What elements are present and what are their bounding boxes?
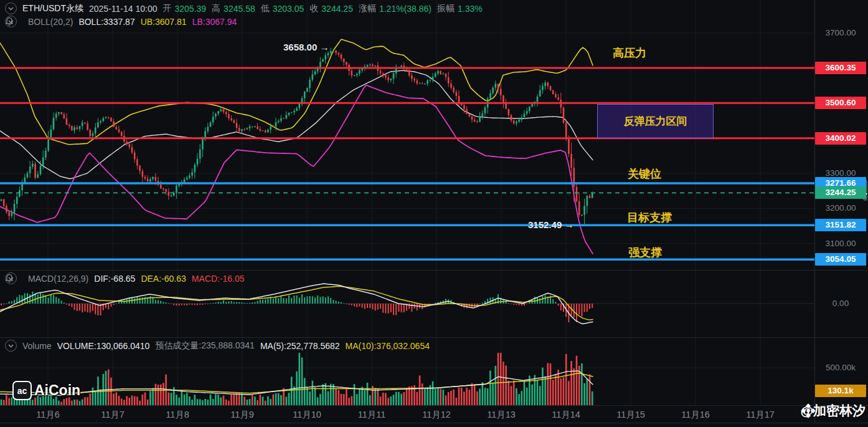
volume-value: VOLUME:130,066.0410 [57,341,150,351]
date-label: 11月15 [616,409,645,421]
resistance-price-label: 3600.35 [815,62,866,74]
trading-chart-app: 反弹压力区间 ETH/USDT永续 2025-11-14 10:00 开3205… [0,0,868,427]
date-label: 11月11 [358,409,386,421]
boll-lb-value: LB:3067.94 [192,17,237,27]
ohlc-close: 收3244.25 [309,3,353,14]
resistance-price-label: 3500.60 [815,97,866,109]
date-label: 11月16 [681,409,710,421]
macd-name[interactable]: MACD(12,26,9) [28,274,88,284]
aicoin-logo-text: AiCoin [34,382,80,399]
resistance-price-label: 3400.02 [815,132,866,145]
volume-tick: 500.00k [815,362,866,374]
ohlc-open: 开3205.39 [163,3,207,14]
macd-dea-value: DEA:-60.63 [141,274,186,284]
macd-zero-tick: 0.00 [815,297,866,310]
rebound-zone-box: 反弹压力区间 [597,104,714,138]
high-pressure-label: 高压力 [613,46,646,60]
amplitude: 振幅1.33% [437,3,483,14]
ohlc-low: 低3203.05 [261,3,304,14]
symbol-name[interactable]: ETH/USDT永续 [22,3,83,14]
aicoin-watermark: ac AiCoin [12,381,80,400]
aicoin-logo-icon: ac [12,381,32,400]
boll-header-row: BOLL(20,2) BOLL:3337.87 UB:3607.81 LB:30… [5,16,237,27]
date-label: 11月14 [552,409,580,421]
panel-divider [0,337,868,338]
macd-dif-value: DIF:-68.65 [94,274,135,284]
time-axis-scrollbar[interactable] [0,423,868,427]
support-price-label: 3054.05 [815,253,866,266]
price-tick: 3700.00 [815,27,866,39]
boll-name[interactable]: BOLL(20,2) [28,17,73,27]
support-price-label: 3151.82 [815,219,866,231]
date-label: 11月12 [422,409,451,421]
time-axis[interactable]: 11月611月711月811月911月1011月1111月1211月1311月1… [0,405,814,423]
date-label: 11月7 [101,409,125,421]
change-pct: 涨幅1.21%(38.86) [359,3,432,14]
boll-ub-value: UB:3607.81 [141,17,187,27]
macd-header-row: MACD(12,26,9) DIF:-68.65 DEA:-60.63 MACD… [5,272,245,284]
session-high-callout: 3658.00 → [283,42,329,52]
price-tick: 3200.00 [815,202,866,214]
date-label: 11月9 [230,409,254,421]
main-chart-canvas[interactable] [0,0,868,270]
price-tick: 3100.00 [815,237,866,250]
session-low-callout: 3152.49 → [528,219,573,230]
author-watermark: @加密林汐 [801,402,866,420]
volume-ma10: MA(10):376,032.0654 [346,341,430,351]
collapse-chevron-icon[interactable] [5,2,17,14]
volume-estimate: 预估成交量:235,888.0341 [155,340,255,352]
key-level-label: 关键位 [628,166,661,181]
symbol-header-row: ETH/USDT永续 2025-11-14 10:00 开3205.39 高32… [5,2,483,14]
date-label: 11月8 [166,409,189,421]
date-label: 11月10 [293,409,321,421]
last-volume-label: 130.1k [815,385,866,397]
panel-divider [0,270,868,271]
date-label: 11月13 [487,409,516,421]
volume-name[interactable]: Volume [22,341,52,351]
date-label: 11月17 [746,409,775,421]
collapse-chevron-icon[interactable] [5,340,17,352]
target-support-label: 目标支撑 [627,210,672,225]
candle-datetime: 2025-11-14 10:00 [89,4,158,14]
volume-header-row: Volume VOLUME:130,066.0410 预估成交量:235,888… [5,340,430,352]
diamond-logo-icon [801,403,816,418]
boll-mid-value: BOLL:3337.87 [78,17,134,27]
macd-hist-value: MACD:-16.05 [192,274,245,284]
strong-support-label: 强支撑 [628,245,662,260]
ohlc-high: 高3245.58 [212,3,255,14]
rebound-zone-label: 反弹压力区间 [624,114,687,128]
volume-ma5: MA(5):252,778.5682 [260,341,340,351]
last-price-label: 3244.25 [815,186,866,199]
date-label: 11月6 [36,409,60,421]
price-axis[interactable]: 3700.003300.003200.003100.003600.353500.… [814,0,868,423]
